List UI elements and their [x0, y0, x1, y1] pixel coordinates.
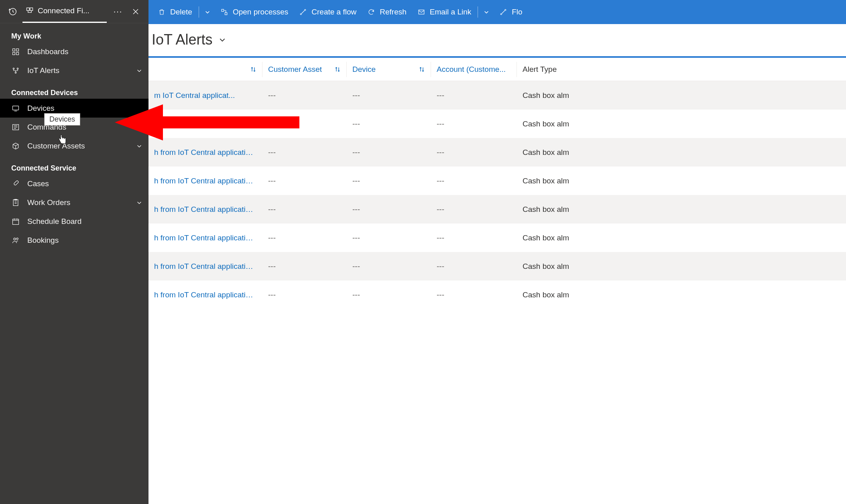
- svg-rect-21: [419, 10, 424, 14]
- cmd-email-dropdown[interactable]: [479, 9, 494, 15]
- cell-description[interactable]: h from IoT Central application: V: [148, 148, 262, 157]
- svg-point-15: [14, 238, 16, 240]
- sidebar-item-customer-assets[interactable]: Customer Assets: [0, 136, 148, 155]
- col-customer-asset[interactable]: Customer Asset: [262, 62, 347, 77]
- cell-account: ---: [431, 148, 517, 157]
- col-account[interactable]: Account (Custome...: [431, 62, 517, 77]
- cell-asset: ---: [262, 177, 347, 185]
- svg-rect-14: [13, 219, 19, 224]
- col-device[interactable]: Device: [347, 62, 431, 77]
- cmd-flow2[interactable]: Flo: [494, 0, 528, 24]
- workorders-icon: [11, 198, 20, 207]
- commands-icon: [11, 123, 20, 132]
- cell-device: ---: [347, 291, 431, 299]
- bookings-icon: [11, 236, 20, 245]
- cell-description[interactable]: h from IoT Central application: V: [148, 120, 262, 128]
- chevron-down-icon: [136, 200, 142, 205]
- table-row[interactable]: h from IoT Central application: V-------…: [148, 224, 846, 252]
- cell-account: ---: [431, 205, 517, 214]
- dashboard-icon: [11, 47, 20, 56]
- view-switcher[interactable]: [219, 36, 226, 43]
- svg-rect-3: [13, 49, 15, 51]
- cmd-label: Email a Link: [430, 8, 472, 16]
- nav-section-mywork: My Work: [0, 23, 148, 42]
- cell-device: ---: [347, 234, 431, 242]
- col-alert-type[interactable]: Alert Type: [517, 62, 846, 77]
- cmd-create-flow[interactable]: Create a flow: [294, 0, 362, 24]
- flow2-icon: [500, 8, 507, 16]
- devices-icon: [11, 104, 20, 113]
- svg-point-9: [15, 72, 16, 73]
- cmd-label: Refresh: [380, 8, 407, 16]
- cell-type: Cash box alm: [517, 177, 846, 185]
- svg-rect-10: [13, 106, 19, 110]
- cell-asset: ---: [262, 234, 347, 242]
- table-row[interactable]: h from IoT Central application: V-------…: [148, 167, 846, 195]
- refresh-icon: [368, 8, 375, 16]
- table-row[interactable]: h from IoT Central application: V-------…: [148, 252, 846, 280]
- table-row[interactable]: h from IoT Central application: V-------…: [148, 280, 846, 309]
- svg-rect-4: [16, 49, 19, 51]
- process-icon: [221, 8, 228, 16]
- sidebar-item-dashboards[interactable]: Dashboards: [0, 42, 148, 61]
- cmd-label: Flo: [512, 8, 522, 16]
- schedule-icon: [11, 217, 20, 226]
- cmd-refresh[interactable]: Refresh: [362, 0, 412, 24]
- breadcrumb[interactable]: Connected Fi...: [22, 0, 107, 23]
- sidebar-item-iot-alerts[interactable]: IoT Alerts: [0, 61, 148, 80]
- page-title-row: IoT Alerts: [148, 24, 846, 52]
- sort-icon: [250, 66, 256, 73]
- col-description[interactable]: [148, 62, 262, 77]
- col-label: Customer Asset: [268, 65, 322, 74]
- close-button[interactable]: [126, 2, 145, 21]
- svg-rect-2: [30, 8, 33, 11]
- separator: [199, 6, 199, 18]
- cell-description[interactable]: h from IoT Central application: V: [148, 291, 262, 299]
- recent-icon[interactable]: [3, 2, 22, 21]
- cell-device: ---: [347, 262, 431, 271]
- cell-account: ---: [431, 291, 517, 299]
- sidebar-item-schedule-board[interactable]: Schedule Board: [0, 212, 148, 231]
- cmd-delete-dropdown[interactable]: [200, 9, 215, 15]
- svg-rect-17: [222, 9, 224, 11]
- table-row[interactable]: m IoT Central applicat...---------Cash b…: [148, 81, 846, 110]
- cell-description[interactable]: h from IoT Central application: V: [148, 262, 262, 271]
- cell-description[interactable]: h from IoT Central application: V: [148, 234, 262, 242]
- cell-device: ---: [347, 205, 431, 214]
- sidebar-item-label: Dashboards: [27, 47, 68, 56]
- email-icon: [418, 8, 425, 16]
- table-row[interactable]: h from IoT Central application: V-------…: [148, 138, 846, 167]
- table-row[interactable]: h from IoT Central application: V-------…: [148, 195, 846, 224]
- cell-asset: ---: [262, 91, 347, 100]
- table-row[interactable]: h from IoT Central application: V-------…: [148, 110, 846, 138]
- cell-description[interactable]: m IoT Central applicat...: [148, 91, 262, 100]
- command-bar: Delete Open processes Create a flow Refr…: [148, 0, 846, 24]
- sidebar: Connected Fi... ··· My Work Dashboards I…: [0, 0, 148, 504]
- more-button[interactable]: ···: [110, 7, 126, 16]
- cell-device: ---: [347, 177, 431, 185]
- cell-description[interactable]: h from IoT Central application: V: [148, 205, 262, 214]
- svg-point-19: [301, 14, 302, 15]
- sidebar-item-label: Schedule Board: [27, 217, 81, 226]
- sidebar-item-cases[interactable]: Cases: [0, 174, 148, 193]
- grid: Customer Asset Device Account (Custome..…: [148, 58, 846, 504]
- col-label: Account (Custome...: [437, 65, 506, 74]
- cell-type: Cash box alm: [517, 120, 846, 128]
- cell-asset: ---: [262, 291, 347, 299]
- cell-description[interactable]: h from IoT Central application: V: [148, 177, 262, 185]
- sidebar-item-bookings[interactable]: Bookings: [0, 231, 148, 250]
- sidebar-item-label: IoT Alerts: [27, 66, 59, 75]
- cmd-email-link[interactable]: Email a Link: [412, 0, 477, 24]
- svg-rect-18: [225, 13, 227, 15]
- iot-alerts-icon: [11, 66, 20, 75]
- nav-section-devices: Connected Devices: [0, 80, 148, 99]
- cmd-open-processes[interactable]: Open processes: [215, 0, 294, 24]
- cell-device: ---: [347, 148, 431, 157]
- svg-rect-5: [13, 52, 15, 55]
- cell-device: ---: [347, 91, 431, 100]
- cell-account: ---: [431, 91, 517, 100]
- sidebar-item-work-orders[interactable]: Work Orders: [0, 193, 148, 212]
- cmd-delete[interactable]: Delete: [153, 0, 198, 24]
- cell-asset: ---: [262, 262, 347, 271]
- page-title: IoT Alerts: [152, 31, 212, 48]
